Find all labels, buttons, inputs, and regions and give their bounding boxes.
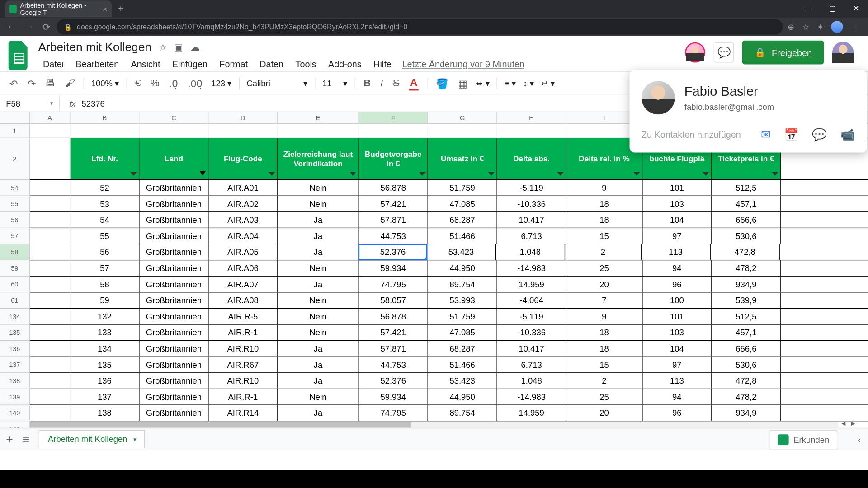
cell[interactable]: AIR.R-1 (209, 325, 278, 340)
cell[interactable]: Nein (278, 180, 359, 195)
cell[interactable]: 103 (643, 325, 712, 340)
cell[interactable] (30, 212, 71, 227)
cell[interactable]: 47.085 (428, 325, 497, 340)
cell[interactable]: 137 (71, 389, 140, 404)
bold-button[interactable]: B (360, 75, 374, 92)
cell[interactable]: AIR.R10 (209, 373, 278, 389)
cell[interactable]: 68.287 (428, 212, 497, 227)
cell[interactable] (30, 373, 71, 389)
cell[interactable]: Großbritannien (140, 244, 209, 260)
menu-tools[interactable]: Tools (291, 56, 321, 71)
menu-einfuegen[interactable]: Einfügen (167, 56, 212, 71)
cell[interactable]: 44.753 (359, 357, 428, 372)
menu-daten[interactable]: Daten (255, 56, 288, 71)
cell[interactable]: Ja (278, 357, 359, 372)
cell[interactable]: 20 (566, 405, 643, 421)
profile-avatar[interactable] (831, 21, 843, 33)
cell[interactable]: Großbritannien (140, 260, 209, 276)
cell[interactable]: AIR.R10 (209, 341, 278, 356)
cell[interactable]: 1.048 (496, 244, 565, 260)
cell[interactable] (30, 325, 71, 340)
cell[interactable] (30, 341, 71, 356)
row-header[interactable]: 56 (0, 212, 30, 228)
number-format-select[interactable]: 123▾ (209, 79, 234, 88)
col-header-c[interactable]: C (140, 112, 209, 123)
row-header[interactable]: 141 (0, 421, 30, 428)
valign-button[interactable]: ↕▾ (521, 79, 536, 88)
comments-button[interactable]: 💬 (714, 42, 734, 63)
cell[interactable]: 656,6 (712, 212, 781, 227)
cell[interactable]: Ja (278, 277, 359, 292)
scroll-left-icon[interactable]: ◄ (840, 419, 848, 427)
row-header[interactable]: 135 (0, 325, 30, 341)
forward-button[interactable]: → (23, 21, 36, 32)
account-avatar[interactable] (832, 42, 854, 63)
cell[interactable]: 59.934 (359, 389, 428, 404)
cell[interactable]: 59 (71, 292, 140, 308)
cell[interactable]: 457,1 (712, 196, 781, 211)
cell[interactable]: 103 (643, 196, 712, 211)
cell[interactable]: 136 (71, 373, 140, 389)
cell[interactable]: 51.759 (428, 309, 497, 324)
browser-tab[interactable]: Arbeiten mit Kollegen - Google T × (5, 0, 112, 17)
cell[interactable]: AIR.A04 (209, 228, 278, 244)
menu-format[interactable]: Format (215, 56, 253, 71)
cell[interactable] (30, 277, 71, 292)
cell[interactable]: 478,2 (712, 260, 781, 276)
cell[interactable]: 113 (642, 244, 711, 260)
last-edit-text[interactable]: Letzte Änderung vor 9 Minuten (402, 59, 524, 69)
cell[interactable]: Nein (278, 325, 359, 340)
close-tab-icon[interactable]: × (103, 5, 107, 14)
cell[interactable]: 57 (71, 260, 140, 276)
row-header[interactable]: 60 (0, 277, 30, 293)
scroll-right-icon[interactable]: ► (849, 419, 857, 427)
cell[interactable]: 6.713 (497, 228, 566, 244)
row-header[interactable]: 58 (0, 244, 30, 261)
cell[interactable]: -14.983 (497, 389, 566, 404)
cell[interactable]: Großbritannien (140, 292, 209, 308)
cell[interactable]: 457,1 (712, 325, 781, 340)
cell[interactable]: 25 (566, 260, 643, 276)
cell[interactable]: 934,9 (712, 277, 781, 292)
cell[interactable]: Ja (278, 244, 359, 260)
maximize-button[interactable]: ▢ (821, 0, 844, 17)
row-header[interactable]: 140 (0, 405, 30, 422)
cell[interactable]: 89.754 (428, 277, 497, 292)
cell[interactable] (30, 228, 71, 244)
cell[interactable]: 74.795 (359, 277, 428, 292)
cell[interactable]: 51.466 (428, 357, 497, 372)
cell[interactable]: 97 (643, 228, 712, 244)
paint-format-button[interactable]: 🖌 (61, 75, 79, 92)
row-header[interactable]: 2 (0, 138, 30, 180)
cell[interactable]: 96 (643, 277, 712, 292)
cell[interactable]: 56 (71, 244, 140, 260)
cell[interactable]: 934,9 (712, 405, 781, 421)
collaborator-avatar[interactable] (685, 42, 706, 63)
cell[interactable]: -5.119 (497, 180, 566, 195)
currency-button[interactable]: € (132, 75, 144, 92)
cell[interactable]: 18 (566, 325, 643, 340)
cell[interactable]: 539,9 (712, 292, 781, 308)
reload-button[interactable]: ⟳ (41, 21, 52, 33)
cell[interactable]: 101 (643, 180, 712, 195)
back-button[interactable]: ← (5, 21, 18, 32)
cell[interactable]: 15 (566, 357, 643, 372)
cell[interactable] (30, 292, 71, 308)
menu-hilfe[interactable]: Hilfe (369, 56, 396, 71)
mail-icon[interactable]: ✉ (761, 127, 771, 142)
cell[interactable]: 18 (566, 196, 643, 211)
cell[interactable]: 52.376 (359, 244, 428, 260)
cell[interactable] (30, 260, 71, 276)
url-input[interactable]: 🔒 docs.google.com/spreadsheets/d/10TVamq… (57, 19, 783, 34)
cell[interactable]: AIR.A07 (209, 277, 278, 292)
cell[interactable]: 74.795 (359, 405, 428, 421)
col-header-f[interactable]: F (359, 112, 428, 123)
cell[interactable]: 68.287 (428, 341, 497, 356)
cell[interactable]: AIR.A08 (209, 292, 278, 308)
italic-button[interactable]: I (377, 75, 387, 92)
collapse-sidepanel-button[interactable]: ‹ (858, 434, 861, 445)
cell[interactable]: 9 (566, 309, 643, 324)
cell[interactable]: 478,2 (712, 389, 781, 404)
cell[interactable]: 55 (71, 228, 140, 244)
cell[interactable]: 104 (643, 212, 712, 227)
